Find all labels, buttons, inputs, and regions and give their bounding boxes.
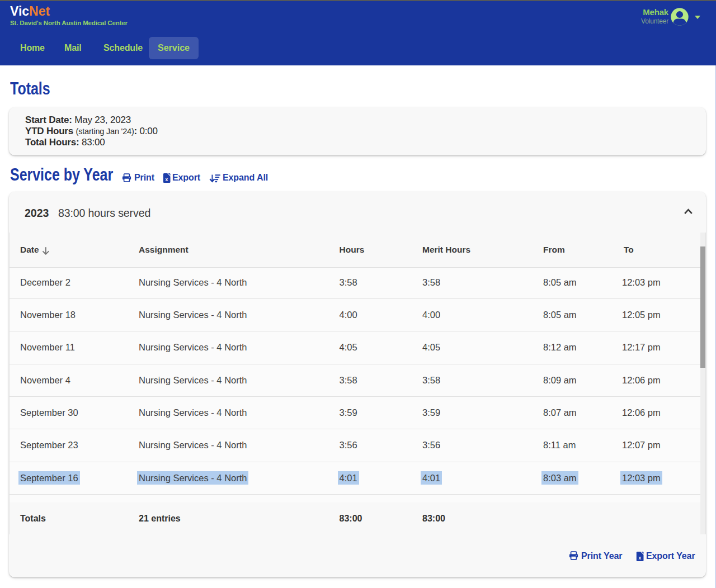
svg-text:x: x [166,177,168,182]
svg-text:x: x [639,555,642,561]
